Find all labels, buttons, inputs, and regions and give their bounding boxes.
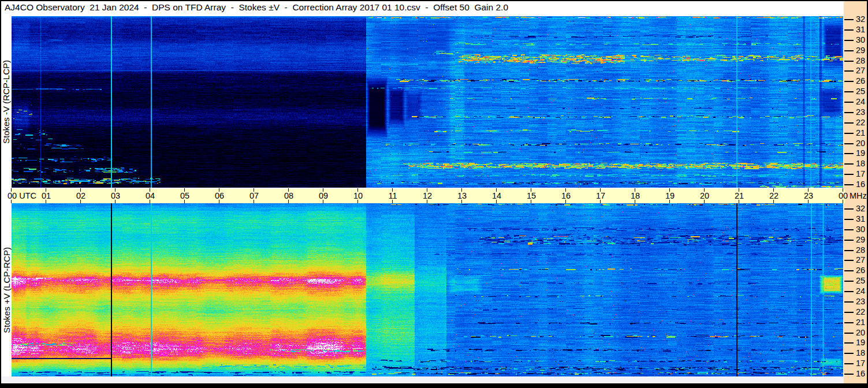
freq-tick-label: 17 [856,359,868,368]
freq-tick [844,81,854,82]
freq-tick [844,260,854,261]
page-title: AJ4CO Observatory 21 Jan 2024 - DPS on T… [5,2,842,15]
freq-tick [844,29,854,31]
freq-tick [844,133,854,134]
freq-tick [844,143,854,144]
freq-tick-label: 25 [856,87,868,96]
frame-border-left [0,0,1,388]
time-tick-label: 21 [728,191,751,200]
freq-tick [844,312,854,313]
time-tick-label: 06 [208,191,231,200]
freq-tick-label: 32 [856,14,868,24]
freq-tick-label: 17 [856,169,868,178]
freq-tick-label: 26 [856,76,868,85]
time-tick-label: 14 [485,191,508,200]
freq-tick [844,374,854,375]
freq-tick-label: 27 [856,66,868,75]
freq-tick-label: 20 [856,328,868,337]
time-tick-label: 08 [277,191,300,200]
freq-tick-label: 22 [856,118,868,127]
time-tick-label: 10 [347,191,370,200]
freq-tick-label: 31 [856,214,868,223]
freq-tick-label: 18 [856,159,868,168]
freq-tick-label: 24 [856,286,868,296]
freq-tick-label: 29 [856,235,868,244]
freq-tick-label: 18 [856,348,868,357]
freq-tick [844,322,854,323]
time-tick-label: 19 [658,191,681,200]
freq-tick-label: 28 [856,56,868,65]
freq-tick-label: 16 [856,369,868,378]
freq-tick [844,70,854,72]
freq-tick [844,153,854,154]
freq-tick [844,291,854,292]
freq-tick-label: 21 [856,128,868,137]
freq-tick-label: 27 [856,255,868,264]
time-tick-label: 05 [173,191,196,200]
app-frame: AJ4CO Observatory 21 Jan 2024 - DPS on T… [0,0,868,388]
panel-label-stokes-minus-v: Stokes -V (RCP-LCP) [1,16,12,188]
freq-tick-label: 31 [856,25,868,34]
freq-tick [844,353,854,354]
freq-tick [844,333,854,334]
freq-tick [844,19,854,20]
time-tick-label: 01 [35,191,58,200]
time-tick-label: 20 [693,191,716,200]
time-tick-label: 03 [104,191,127,200]
freq-tick [844,112,854,113]
freq-tick-label: 28 [856,245,868,255]
freq-tick-label: 25 [856,276,868,285]
freq-tick [844,122,854,124]
time-tick-label: 04 [139,191,162,200]
time-tick-label: 16 [554,191,578,200]
freq-tick [844,102,854,103]
freq-tick-label: 23 [856,107,868,117]
freq-tick [844,50,854,51]
time-tick-label: 18 [624,191,647,200]
freq-tick-label: 30 [856,35,868,44]
time-tick-label: 11 [381,191,404,200]
freq-tick [844,229,854,230]
spectrogram-canvas-stokes-minus-v [12,16,843,188]
freq-tick [844,61,854,62]
time-tick-label: 07 [243,191,266,200]
freq-tick [844,342,854,344]
freq-tick-label: 22 [856,307,868,316]
time-tick-label: 13 [450,191,474,200]
time-tick-label: 17 [589,191,612,200]
freq-tick [844,301,854,303]
freq-tick [844,270,854,271]
freq-tick-label: 26 [856,266,868,275]
panel-label-text: Stokes +V (LCP-RCP) [2,247,12,333]
time-tick-label: 23 [797,191,820,200]
bottom-margin [1,376,844,383]
freq-tick-label: 23 [856,297,868,306]
mhz-unit-label: MHz [850,191,867,200]
time-tick-label: 22 [762,191,785,200]
panel-label-text: Stokes -V (RCP-LCP) [2,60,12,144]
freq-tick-label: 19 [856,148,868,158]
freq-tick [844,174,854,175]
freq-tick [844,363,854,364]
time-tick-label: 12 [416,191,439,200]
freq-tick-label: 24 [856,97,868,106]
time-tick-label: 02 [69,191,92,200]
freq-tick-label: 32 [856,204,868,213]
spectrogram-canvas-stokes-plus-v [12,203,843,376]
freq-tick-label: 20 [856,139,868,148]
freq-tick [844,208,854,210]
frame-border-bottom [0,383,868,388]
time-tick-label: 15 [520,191,543,200]
freq-tick [844,163,854,165]
freq-tick [844,40,854,41]
freq-tick-label: 19 [856,338,868,347]
freq-tick-label: 21 [856,318,868,327]
freq-tick [844,240,854,241]
freq-tick [844,281,854,282]
freq-tick [844,184,854,185]
freq-tick-label: 16 [856,180,868,189]
utc-label: 00 UTC [8,191,36,200]
freq-tick [844,219,854,220]
time-tick-label: 09 [312,191,335,200]
panel-label-stokes-plus-v: Stokes +V (LCP-RCP) [1,203,12,376]
